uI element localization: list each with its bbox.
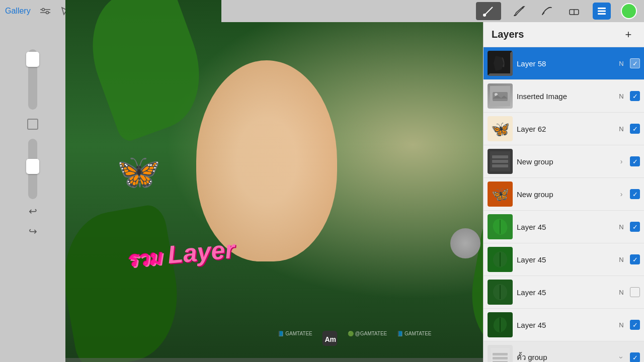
layer-name-45-1: Layer 45 (517, 223, 613, 231)
layer-item-inserted[interactable]: Inserted Image N (484, 80, 644, 113)
layer-item-45-2[interactable]: Layer 45 N (484, 243, 644, 276)
layer-checkbox-45-3[interactable] (630, 287, 640, 297)
svg-rect-14 (490, 53, 510, 73)
layer-checkbox-45-4[interactable] (630, 320, 640, 330)
gallery-button[interactable]: Gallery (5, 7, 31, 16)
layer-name-45-2: Layer 45 (517, 255, 613, 264)
svg-rect-31 (493, 353, 508, 355)
layer-name-62: Layer 62 (517, 125, 613, 133)
layer-mode-45-4: N (617, 321, 626, 329)
top-toolbar-left: Gallery (0, 0, 65, 22)
layer-item-cu-group[interactable]: คั้ว group › (484, 341, 644, 362)
svg-rect-10 (598, 11, 606, 12)
layer-thumb-58 (488, 51, 513, 76)
layer-item-newgroup1[interactable]: New group › (484, 145, 644, 178)
svg-rect-21 (492, 164, 508, 167)
layers-button[interactable] (593, 3, 611, 20)
layer-checkbox-inserted[interactable] (630, 91, 640, 101)
size-slider-thumb[interactable] (26, 159, 39, 174)
layer-mode-45-3: N (617, 289, 626, 296)
layer-name-45-3: Layer 45 (517, 288, 613, 297)
size-slider[interactable] (28, 139, 37, 199)
svg-point-0 (42, 9, 44, 11)
color-picker[interactable] (621, 3, 637, 19)
layer-item-45-1[interactable]: Layer 45 N (484, 211, 644, 243)
svg-point-6 (483, 14, 486, 17)
svg-rect-9 (598, 8, 606, 9)
layer-name-newgroup1: New group (517, 157, 613, 166)
opacity-slider-thumb[interactable] (26, 52, 39, 67)
layer-item-newgroup2[interactable]: 🦋 New group › (484, 178, 644, 211)
layer-checkbox-45-2[interactable] (630, 254, 640, 264)
layers-list: Layer 58 N Inserted Image N (484, 47, 644, 362)
layer-name-inserted: Inserted Image (517, 92, 613, 101)
layer-chevron-newgroup1: › (617, 157, 626, 165)
svg-rect-19 (492, 155, 508, 158)
sidebar-tools: ↩ ↪ (0, 44, 65, 244)
layer-mode-45-1: N (617, 223, 626, 231)
layer-chevron-newgroup2: › (617, 190, 626, 198)
layers-panel: Layers + Layer 58 N (483, 22, 644, 362)
butterfly-left: 🦋 (113, 147, 163, 196)
layer-item-45-3[interactable]: Layer 45 N (484, 276, 644, 309)
layer-chevron-cu-group: › (617, 353, 625, 362)
svg-rect-11 (598, 13, 606, 15)
opacity-slider[interactable] (28, 49, 37, 110)
layer-thumb-inserted (488, 83, 513, 109)
layer-checkbox-newgroup1[interactable] (630, 156, 640, 166)
layer-checkbox-cu-group[interactable] (630, 352, 640, 362)
adjustments-icon[interactable] (40, 4, 51, 18)
layer-name-58: Layer 58 (517, 59, 613, 68)
popup-circle (450, 228, 480, 258)
layer-name-45-4: Layer 45 (517, 321, 613, 329)
layer-thumb-cu-group (488, 345, 513, 362)
layers-panel-title: Layers (492, 29, 524, 40)
watermark: 📘 GAMTATEE Am 🟢 @GAMTATEE 📘 GAMTATEE (278, 331, 431, 347)
watermark-3: 📘 GAMTATEE (397, 331, 431, 347)
tool-checkbox[interactable] (27, 119, 38, 130)
layer-mode-58: N (617, 60, 626, 67)
layer-mode-inserted: N (617, 93, 626, 100)
layer-mode-45-2: N (617, 256, 626, 263)
layer-checkbox-62[interactable] (630, 124, 640, 134)
layer-item-58[interactable]: Layer 58 N (484, 47, 644, 80)
character-face (196, 60, 337, 261)
layer-thumb-newgroup2: 🦋 (488, 182, 513, 207)
svg-rect-20 (492, 160, 508, 163)
layer-thumb-62: 🦋 (488, 116, 513, 141)
layer-thumb-45-4 (488, 312, 513, 337)
layer-thumb-45-2 (488, 247, 513, 272)
brush-button[interactable] (511, 3, 528, 20)
watermark-1: 📘 GAMTATEE (278, 331, 312, 347)
layer-checkbox-newgroup2[interactable] (630, 189, 640, 199)
layer-thumb-45-1 (488, 214, 513, 239)
active-tool-indicator (476, 2, 501, 20)
layer-checkbox-58[interactable] (630, 58, 640, 68)
svg-rect-16 (493, 92, 508, 101)
layer-item-62[interactable]: 🦋 Layer 62 N (484, 113, 644, 145)
canvas-progress-bar (65, 358, 483, 362)
layer-item-45-4[interactable]: Layer 45 N (484, 309, 644, 341)
layer-name-newgroup2: New group (517, 190, 613, 199)
left-sidebar: ↩ ↪ (0, 0, 65, 362)
svg-rect-32 (493, 357, 508, 359)
undo-button[interactable]: ↩ (29, 205, 37, 217)
eraser-button[interactable] (566, 3, 583, 20)
watermark-logo: Am (323, 331, 338, 347)
watermark-2: 🟢 @GAMTATEE (348, 331, 387, 347)
add-layer-button[interactable]: + (621, 27, 636, 42)
smudge-button[interactable] (538, 3, 555, 20)
svg-point-3 (46, 12, 48, 14)
top-right-toolbar (221, 0, 644, 22)
layer-thumb-newgroup1 (488, 149, 513, 174)
layer-checkbox-45-1[interactable] (630, 222, 640, 232)
layer-thumb-45-3 (488, 280, 513, 305)
layer-mode-62: N (617, 125, 626, 133)
layers-header: Layers + (484, 22, 644, 47)
layer-name-cu-group: คั้ว group (517, 351, 613, 362)
svg-text:Am: Am (325, 335, 337, 343)
redo-button[interactable]: ↪ (29, 225, 37, 237)
